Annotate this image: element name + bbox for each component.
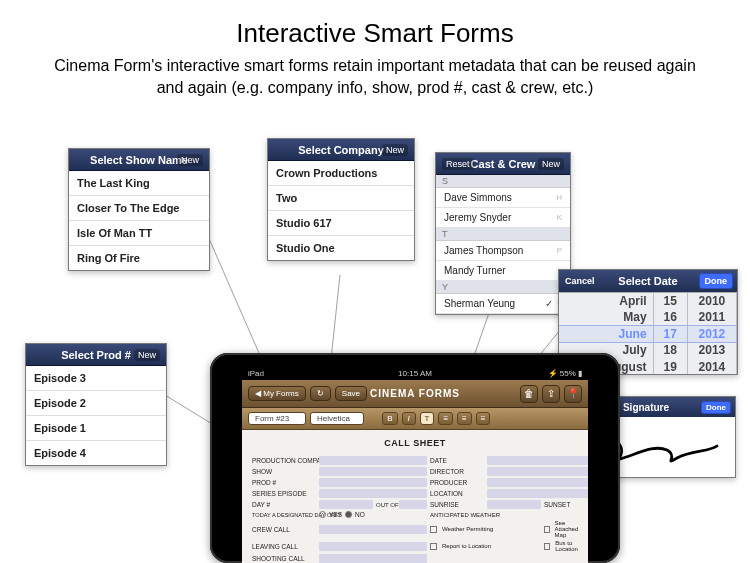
label-designated-off: TODAY A DESIGNATED DAY OFF?	[252, 512, 316, 518]
field-director[interactable]	[487, 467, 588, 476]
align-left-button[interactable]: ≡	[438, 412, 453, 425]
form-title: CALL SHEET	[252, 438, 578, 448]
date-option[interactable]: 2013	[688, 342, 736, 358]
check-report-location[interactable]: Report to Location	[430, 543, 541, 550]
list-item[interactable]: Episode 2	[26, 391, 166, 416]
label-prod: PROD #	[252, 479, 316, 486]
company-list: Crown ProductionsTwoStudio 617Studio One	[268, 161, 414, 260]
field-leaving-call[interactable]	[319, 542, 427, 551]
align-right-button[interactable]: ≡	[476, 412, 491, 425]
done-button[interactable]: Done	[699, 273, 734, 289]
field-production-company[interactable]	[319, 456, 427, 465]
trash-icon[interactable]: 🗑	[520, 385, 538, 403]
field-location[interactable]	[487, 489, 588, 498]
list-item[interactable]: Ring Of Fire	[69, 246, 209, 270]
align-center-button[interactable]: ≡	[457, 412, 472, 425]
field-show[interactable]	[319, 467, 427, 476]
date-option[interactable]: 2012	[688, 326, 736, 342]
new-button[interactable]: New	[538, 158, 564, 170]
field-prod[interactable]	[319, 478, 427, 487]
location-icon[interactable]: 📍	[564, 385, 582, 403]
bold-button[interactable]: B	[382, 412, 397, 425]
app-title: CINEMA FORMS	[370, 388, 460, 399]
app-subbar: Form #23 Helvetica B I T ≡ ≡ ≡	[242, 408, 588, 430]
history-button[interactable]: ↻	[310, 386, 331, 401]
field-out-of[interactable]	[399, 500, 427, 509]
field-sunrise[interactable]	[487, 500, 541, 509]
done-button[interactable]: Done	[701, 401, 731, 414]
field-date[interactable]	[487, 456, 588, 465]
share-icon[interactable]: ⇪	[542, 385, 560, 403]
reset-button[interactable]: Reset	[442, 158, 474, 170]
date-option[interactable]: 2011	[688, 309, 736, 325]
radio-yes[interactable]	[319, 511, 326, 518]
form-name-input[interactable]: Form #23	[248, 412, 306, 425]
label-day: DAY #	[252, 501, 316, 508]
save-button[interactable]: Save	[335, 386, 367, 401]
text-button[interactable]: T	[420, 412, 435, 425]
radio-group-day-off[interactable]: YES NO	[319, 511, 427, 518]
cast-row[interactable]: Dave SimmonsH	[436, 188, 570, 208]
select-company-title: Select Company	[298, 144, 384, 156]
list-item[interactable]: The Last King	[69, 171, 209, 196]
date-option[interactable]: 2014	[688, 359, 736, 374]
label-series-episode: SERIES EPISODE	[252, 490, 316, 497]
list-item[interactable]: Episode 4	[26, 441, 166, 465]
back-button[interactable]: ◀ My Forms	[248, 386, 306, 401]
field-crew-call[interactable]	[319, 525, 427, 534]
field-series-episode[interactable]	[319, 489, 427, 498]
date-option[interactable]: April	[559, 293, 647, 309]
new-button[interactable]: New	[177, 154, 203, 166]
label-location: LOCATION	[430, 490, 484, 497]
date-option[interactable]: May	[559, 309, 647, 325]
signature-title: Signature	[623, 402, 669, 413]
list-item[interactable]: Closer To The Edge	[69, 196, 209, 221]
date-option[interactable]: 19	[654, 359, 687, 374]
cast-row[interactable]: Jeremy SnyderK	[436, 208, 570, 228]
label-production-company: PRODUCTION COMPANY	[252, 457, 316, 464]
label-director: DIRECTOR	[430, 468, 484, 475]
list-item[interactable]: Episode 3	[26, 366, 166, 391]
field-producer[interactable]	[487, 478, 588, 487]
date-year-column[interactable]: 20102011201220132014	[688, 293, 737, 374]
label-crew-call: CREW CALL	[252, 526, 316, 533]
status-carrier: iPad	[248, 369, 264, 378]
label-show: SHOW	[252, 468, 316, 475]
cancel-button[interactable]: Cancel	[565, 276, 595, 286]
status-battery: ⚡ 55% ▮	[548, 369, 582, 378]
list-item[interactable]: Crown Productions	[268, 161, 414, 186]
list-item[interactable]: Isle Of Man TT	[69, 221, 209, 246]
check-see-map[interactable]: See Attached Map	[544, 520, 588, 538]
radio-no[interactable]	[345, 511, 352, 518]
date-option[interactable]: 2010	[688, 293, 736, 309]
date-option[interactable]: June	[559, 326, 647, 342]
new-button[interactable]: New	[134, 349, 160, 361]
label-sunset: SUNSET	[544, 501, 570, 508]
show-list: The Last KingCloser To The EdgeIsle Of M…	[69, 171, 209, 270]
date-option[interactable]: 17	[654, 326, 687, 342]
status-time: 10:15 AM	[398, 369, 432, 378]
font-select[interactable]: Helvetica	[310, 412, 364, 425]
call-sheet-form: CALL SHEET PRODUCTION COMPANY DATE SHOW …	[242, 430, 588, 563]
list-item[interactable]: Studio One	[268, 236, 414, 260]
field-day[interactable]	[319, 500, 373, 509]
list-item[interactable]: Studio 617	[268, 211, 414, 236]
field-shooting-call[interactable]	[319, 554, 427, 563]
date-option[interactable]: 16	[654, 309, 687, 325]
check-weather-permitting[interactable]: Weather Permitting	[430, 526, 541, 533]
select-show-panel: Select Show Name New The Last KingCloser…	[68, 148, 210, 271]
page-subtitle: Cinema Form's interactive smart forms re…	[0, 49, 750, 98]
date-option[interactable]: 18	[654, 342, 687, 358]
check-bus-location[interactable]: Bus to Location	[544, 540, 588, 552]
cast-row[interactable]: Mandy Turner	[436, 261, 570, 281]
list-item[interactable]: Two	[268, 186, 414, 211]
date-day-column[interactable]: 1516171819	[654, 293, 688, 374]
list-item[interactable]: Episode 1	[26, 416, 166, 441]
ios-status-bar: iPad 10:15 AM ⚡ 55% ▮	[242, 367, 588, 380]
select-show-title: Select Show Name	[90, 154, 188, 166]
date-option[interactable]: 15	[654, 293, 687, 309]
italic-button[interactable]: I	[402, 412, 416, 425]
cast-row[interactable]: James ThompsonP	[436, 241, 570, 261]
new-button[interactable]: New	[382, 144, 408, 156]
cast-row[interactable]: Sherman YeungY	[436, 294, 570, 314]
